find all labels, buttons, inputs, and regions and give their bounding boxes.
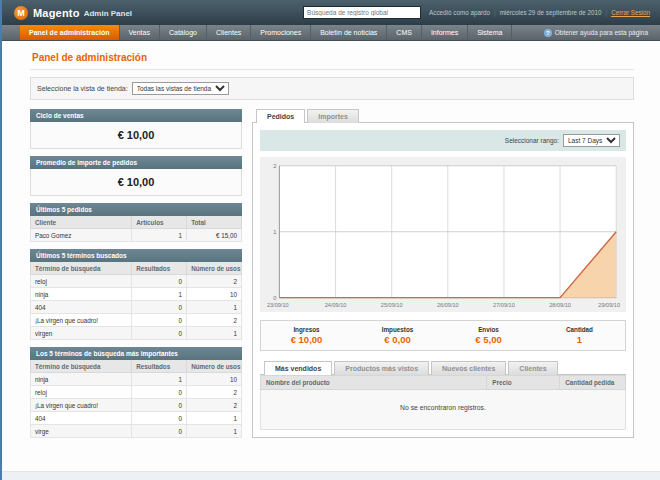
tab[interactable]: Importes [307, 109, 359, 123]
table-row: reloj02 [31, 275, 242, 288]
last-search-terms-table: Término de búsquedaResultadosNúmero de u… [30, 262, 242, 340]
nav-item[interactable]: Ventas [120, 25, 160, 40]
orders-panel: Seleccionar rango: Last 7 Days 01223/09/… [252, 123, 634, 438]
tab[interactable]: Productos más vistos [334, 361, 429, 375]
nav-item[interactable]: CMS [387, 25, 422, 40]
table-cell: 1 [187, 425, 242, 438]
table-row: Paco Gomez1€ 15,00 [31, 229, 242, 242]
table-cell: 2 [187, 399, 242, 412]
help-icon: ? [544, 29, 552, 37]
table-cell: 0 [132, 314, 187, 327]
separator: | [494, 9, 496, 16]
table-row: ¡La virgen que cuadro!02 [31, 399, 242, 412]
svg-text:2: 2 [273, 163, 276, 169]
total-stat: Cantidad1 [534, 326, 625, 345]
total-stat-value: 1 [534, 334, 625, 345]
nav-item[interactable]: Panel de administración [20, 25, 120, 40]
app-header: M Magento Admin Panel Accedió como apard… [2, 0, 660, 25]
nav-item[interactable]: Boletín de noticias [311, 25, 387, 40]
help-label: Obtener ayuda para esta página [555, 29, 648, 36]
column-header: Término de búsqueda [31, 262, 132, 275]
table-cell: virge [31, 425, 132, 438]
totals-row: Ingresos€ 10,00Impuestos€ 0,00Envíos€ 5,… [260, 320, 626, 351]
column-header: Artículos [132, 216, 187, 229]
total-stat-label: Impuestos [352, 326, 443, 333]
tab[interactable]: Más vendidos [264, 361, 332, 375]
column-header: Precio [487, 376, 560, 390]
store-view-select[interactable]: Todas las vistas de tienda [132, 82, 229, 95]
table-row: 40401 [31, 412, 242, 425]
nav-item[interactable]: Informes [422, 25, 468, 40]
svg-text:1: 1 [273, 229, 276, 235]
svg-text:24/09/10: 24/09/10 [325, 302, 347, 308]
column-header: Término de búsqueda [31, 360, 132, 373]
magento-logo-icon: M [14, 6, 28, 20]
svg-text:0: 0 [273, 295, 276, 301]
table-cell: ¡La virgen que cuadro! [31, 314, 132, 327]
table-cell: 1 [132, 373, 187, 386]
table-cell: virgen [31, 327, 132, 340]
table-cell: 10 [187, 288, 242, 301]
last-search-terms-box: Últimos 5 términos buscados Término de b… [30, 249, 242, 340]
last-search-terms-title: Últimos 5 términos buscados [30, 249, 242, 262]
global-search-input[interactable] [303, 6, 421, 19]
orders-chart-svg: 01223/09/1024/09/1025/09/1026/09/1027/09… [264, 161, 622, 311]
range-select[interactable]: Last 7 Days [563, 134, 620, 147]
average-orders-title: Promedio de importe de pedidos [30, 156, 242, 169]
last-orders-title: Últimos 5 pedidos [30, 203, 242, 216]
nav-item[interactable]: Clientes [207, 25, 251, 40]
nav-item[interactable]: Catálogo [160, 25, 207, 40]
help-link[interactable]: ? Obtener ayuda para esta página [544, 25, 660, 40]
window-bottom-strip [2, 471, 660, 480]
table-cell: 1 [132, 288, 187, 301]
tab[interactable]: Nuevos clientes [431, 361, 506, 375]
column-header: Número de usos [187, 360, 242, 373]
page-content: Panel de administración Seleccione la vi… [2, 41, 660, 438]
logout-link[interactable]: Cerrar Sesión [611, 9, 650, 16]
table-cell: 404 [31, 301, 132, 314]
separator: | [606, 9, 608, 16]
table-cell: reloj [31, 275, 132, 288]
column-header: Cantidad pedida [560, 376, 626, 390]
svg-text:26/09/10: 26/09/10 [437, 302, 459, 308]
svg-text:23/09/10: 23/09/10 [267, 302, 289, 308]
tab[interactable]: Pedidos [256, 109, 305, 123]
table-cell: 1 [187, 301, 242, 314]
top-search-terms-title: Los 5 términos de búsqueda más important… [30, 347, 242, 360]
table-cell: 1 [187, 327, 242, 340]
tab[interactable]: Clientes [508, 361, 557, 375]
logged-in-as: Accedió como apardo [429, 9, 490, 16]
lifetime-sales-title: Ciclo de ventas [30, 109, 242, 122]
table-cell: ninja [31, 288, 132, 301]
range-bar: Seleccionar rango: Last 7 Days [260, 130, 626, 151]
table-row: 40401 [31, 301, 242, 314]
account-info: Accedió como apardo | miércoles 29 de se… [429, 9, 650, 16]
svg-text:28/09/10: 28/09/10 [549, 302, 571, 308]
column-header: Resultados [132, 360, 187, 373]
orders-tabs: PedidosImportes [252, 109, 634, 123]
nav-item[interactable]: Sistema [468, 25, 512, 40]
table-cell: 2 [187, 314, 242, 327]
column-header: Cliente [31, 216, 132, 229]
total-stat-value: € 0,00 [352, 334, 443, 345]
table-cell: 0 [132, 386, 187, 399]
nav-item[interactable]: Promociones [251, 25, 311, 40]
total-stat-label: Ingresos [261, 326, 352, 333]
table-cell: 1 [132, 229, 187, 242]
table-cell: 404 [31, 412, 132, 425]
magento-admin-window: M Magento Admin Panel Accedió como apard… [0, 0, 660, 480]
table-cell: € 15,00 [187, 229, 242, 242]
table-cell: Paco Gomez [31, 229, 132, 242]
last-orders-box: Últimos 5 pedidos ClienteArtículosTotalP… [30, 203, 242, 242]
range-label: Seleccionar rango: [505, 137, 559, 144]
current-date: miércoles 29 de septiembre de 2010 [500, 9, 602, 16]
bestsellers-section: Nombre del productoPrecioCantidad pedida… [260, 375, 626, 430]
page-title: Panel de administración [30, 47, 634, 70]
table-cell: 2 [187, 386, 242, 399]
column-header: Número de usos [187, 262, 242, 275]
brand-name: Magento [33, 7, 80, 19]
svg-text:29/09/10: 29/09/10 [598, 302, 620, 308]
total-stat-label: Envíos [443, 326, 534, 333]
top-search-terms-table: Término de búsquedaResultadosNúmero de u… [30, 360, 242, 438]
table-cell: 0 [132, 425, 187, 438]
